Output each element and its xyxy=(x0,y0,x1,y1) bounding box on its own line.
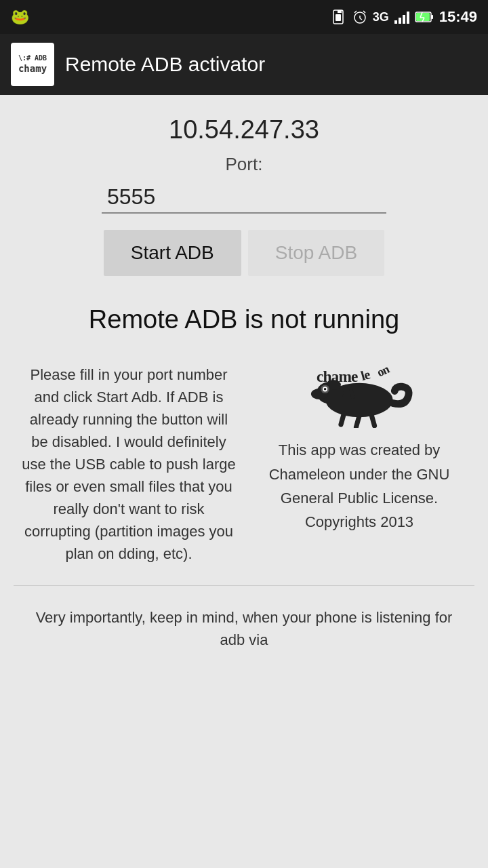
button-row: Start ADB Stop ADB xyxy=(104,230,384,276)
port-input[interactable] xyxy=(102,182,386,214)
svg-rect-1 xyxy=(336,14,341,21)
svg-line-7 xyxy=(363,11,365,13)
status-bar: 🐸 3G xyxy=(0,0,488,34)
info-right: chame le on This app was created by Cham… xyxy=(251,363,468,565)
svg-rect-9 xyxy=(431,15,433,19)
main-content: 10.54.247.33 Port: Start ADB Stop ADB Re… xyxy=(0,95,488,665)
app-icon: \:# ADB chamy xyxy=(11,43,54,86)
extra-info-text: Very importantly, keep in mind, when you… xyxy=(14,606,474,651)
port-label: Port: xyxy=(226,154,263,175)
app-notification-icon: 🐸 xyxy=(11,8,29,26)
svg-line-5 xyxy=(360,18,362,20)
alarm-icon xyxy=(352,9,367,24)
svg-line-6 xyxy=(354,11,357,13)
signal-strength-icon xyxy=(394,10,409,24)
battery-icon xyxy=(415,11,434,23)
system-time: 15:49 xyxy=(439,8,477,26)
status-bar-left: 🐸 xyxy=(11,8,32,26)
svg-text:chame: chame xyxy=(317,368,358,385)
network-indicator: 3G xyxy=(373,10,389,24)
ip-address-display: 10.54.247.33 xyxy=(169,115,319,144)
credit-text: This app was created by Chameleon under … xyxy=(251,438,468,534)
section-divider xyxy=(14,585,474,586)
app-bar-title: Remote ADB activator xyxy=(65,53,265,76)
svg-point-20 xyxy=(324,388,327,391)
instruction-text: Please fill in your port number and clic… xyxy=(20,363,237,565)
start-adb-button[interactable]: Start ADB xyxy=(104,230,241,276)
adb-status-text: Remote ADB is not running xyxy=(89,303,399,336)
svg-marker-2 xyxy=(338,10,342,13)
svg-line-21 xyxy=(341,414,344,425)
info-section: Please fill in your port number and clic… xyxy=(14,363,474,565)
svg-line-22 xyxy=(357,416,360,427)
stop-adb-button[interactable]: Stop ADB xyxy=(248,230,384,276)
svg-text:on: on xyxy=(375,362,392,380)
chameleon-logo: chame le on xyxy=(298,363,420,425)
sim-icon xyxy=(332,9,347,24)
status-bar-right: 3G 15:49 xyxy=(332,8,477,26)
svg-line-23 xyxy=(371,415,375,426)
svg-text:le: le xyxy=(359,367,372,384)
app-bar: \:# ADB chamy Remote ADB activator xyxy=(0,34,488,95)
